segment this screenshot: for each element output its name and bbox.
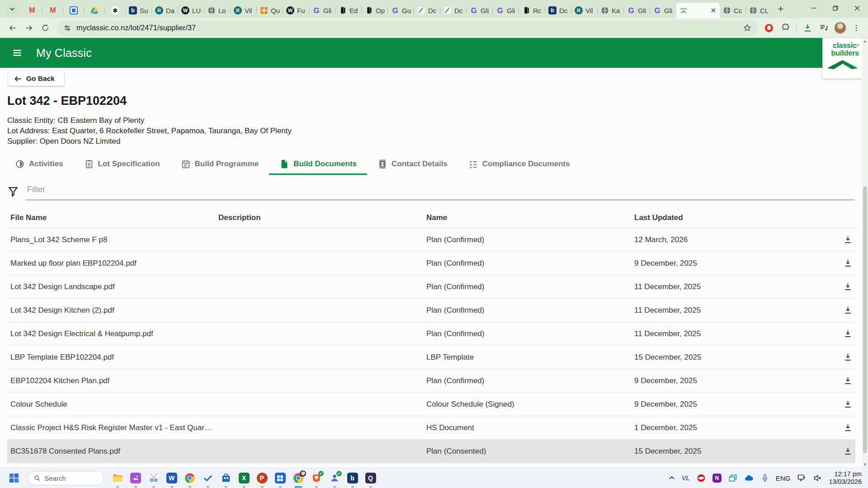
taskbar-clock[interactable]: 12:17 pm 13/03/2026 xyxy=(829,470,862,486)
onedrive-icon[interactable] xyxy=(744,473,754,483)
filter-input[interactable] xyxy=(25,183,854,200)
address-bar[interactable]: myclassic.co.nz/lot/2471/supplier/37 xyxy=(57,20,758,36)
browser-tab[interactable]: RDa xyxy=(152,3,178,18)
download-button[interactable] xyxy=(840,373,855,389)
browser-tab[interactable]: Dc xyxy=(440,3,467,18)
tab-activities[interactable]: Activities xyxy=(5,154,74,175)
brave-icon[interactable]: ✓ xyxy=(310,472,322,484)
tab-search-button[interactable] xyxy=(5,2,19,16)
virtual-desktop-icon[interactable] xyxy=(728,474,737,483)
browser-tab[interactable]: RVil xyxy=(231,3,257,18)
word-icon[interactable]: W xyxy=(165,472,178,484)
adblock-icon[interactable] xyxy=(762,21,776,35)
table-row[interactable]: Classic Project H&S Risk Register Master… xyxy=(7,416,855,440)
browser-tab[interactable]: bDc xyxy=(545,3,571,18)
download-button[interactable] xyxy=(840,232,855,248)
table-row[interactable]: Lot 342 Design Electrical & Heatpump.pdf… xyxy=(7,322,855,346)
browser-tab[interactable]: Op xyxy=(362,3,388,18)
browser-tab[interactable]: GGu xyxy=(388,3,414,18)
table-row[interactable]: Plans_Lot 342 Scheme F p8Plan (Confirmed… xyxy=(7,228,855,252)
url-text[interactable]: myclassic.co.nz/lot/2471/supplier/37 xyxy=(76,23,738,32)
tab-build-programme[interactable]: Build Programme xyxy=(170,154,269,175)
profile-avatar[interactable] xyxy=(833,21,847,35)
onenote-icon[interactable]: N xyxy=(712,474,722,483)
browser-tab[interactable] xyxy=(84,3,105,18)
reading-list-icon[interactable] xyxy=(816,21,831,35)
browser-tab[interactable]: RVil xyxy=(571,3,598,18)
tab-contact-details[interactable]: Contact Details xyxy=(367,154,458,175)
scroll-down-icon[interactable]: ▼ xyxy=(863,461,867,468)
browser-tab[interactable]: GGli xyxy=(624,3,650,18)
download-button[interactable] xyxy=(840,397,855,412)
chrome-active-icon[interactable] xyxy=(292,472,304,484)
bluebeam-icon[interactable]: b xyxy=(346,472,359,484)
tray-expand-icon[interactable] xyxy=(669,475,675,481)
minimize-button[interactable] xyxy=(803,0,825,16)
browser-tab[interactable]: Cc xyxy=(720,3,746,18)
download-button[interactable] xyxy=(840,303,855,318)
table-row[interactable]: Lot 342 Design Landscape.pdfPlan (Confir… xyxy=(7,275,855,299)
download-button[interactable] xyxy=(840,326,855,342)
back-button[interactable] xyxy=(5,20,21,36)
browser-tab[interactable]: bSu xyxy=(126,3,152,18)
todo-icon[interactable] xyxy=(202,472,214,484)
browser-tab[interactable]: M xyxy=(42,3,63,18)
tab-lot-specification[interactable]: Lot Specification xyxy=(74,154,170,175)
browser-tab[interactable]: GGli xyxy=(309,3,335,18)
table-row[interactable]: Marked up floor plan EBP102204.pdfPlan (… xyxy=(7,252,855,275)
volume-muted-icon[interactable] xyxy=(813,474,822,483)
excel-icon[interactable]: X xyxy=(238,472,250,484)
browser-menu-icon[interactable] xyxy=(849,21,863,35)
browser-tab[interactable]: ✻ xyxy=(105,3,126,18)
taskbar-search[interactable] xyxy=(28,471,104,485)
download-button[interactable] xyxy=(840,279,855,295)
browser-tab[interactable]: Lo xyxy=(204,3,231,18)
powerpoint-icon[interactable]: P xyxy=(256,472,268,484)
browser-tab[interactable]: M xyxy=(22,3,42,18)
file-explorer-icon[interactable] xyxy=(111,472,123,484)
tab-compliance-documents[interactable]: Compliance Documents xyxy=(458,154,580,175)
tab-build-documents[interactable]: Build Documents xyxy=(269,154,367,175)
table-row[interactable]: Colour ScheduleColour Schedule (Signed)9… xyxy=(7,393,855,416)
bookmark-star-icon[interactable] xyxy=(743,23,752,33)
browser-tab[interactable]: CL xyxy=(746,3,772,18)
microsoft365-icon[interactable] xyxy=(274,472,286,484)
go-back-button[interactable]: Go Back xyxy=(8,71,64,86)
extensions-puzzle-icon[interactable] xyxy=(778,21,793,35)
chrome-icon[interactable] xyxy=(184,472,196,484)
browser-tab-active[interactable]: classic xyxy=(676,3,720,18)
gq-app-icon[interactable]: Q xyxy=(364,472,377,484)
download-button[interactable] xyxy=(840,420,855,436)
browser-tab[interactable]: GGli xyxy=(493,3,519,18)
browser-tab[interactable]: WLU xyxy=(178,3,204,18)
page-scrollbar[interactable]: ▲ ▼ xyxy=(862,38,868,468)
browser-tab[interactable]: GGli xyxy=(467,3,493,18)
close-tab-icon[interactable] xyxy=(710,7,717,14)
trend-micro-icon[interactable] xyxy=(697,474,706,483)
downloads-icon[interactable] xyxy=(800,21,815,35)
language-indicator[interactable]: ENG xyxy=(776,474,791,482)
browser-tab[interactable]: Ka xyxy=(598,3,624,18)
network-icon[interactable] xyxy=(797,474,806,483)
start-button[interactable] xyxy=(6,470,22,486)
download-button[interactable] xyxy=(840,256,855,271)
browser-tab[interactable]: WFu xyxy=(283,3,309,18)
browser-tab[interactable]: Rc xyxy=(519,3,545,18)
snipping-tool-icon[interactable] xyxy=(147,472,160,484)
download-button[interactable] xyxy=(840,350,855,365)
photos-icon[interactable] xyxy=(129,472,142,484)
scrollbar-track[interactable] xyxy=(862,44,868,461)
taskbar-search-input[interactable] xyxy=(44,474,90,482)
new-tab-button[interactable]: + xyxy=(774,2,788,16)
browser-tab[interactable]: Dc xyxy=(414,3,440,18)
hamburger-menu-icon[interactable] xyxy=(10,46,24,60)
restore-button[interactable] xyxy=(825,0,846,16)
table-row[interactable]: EBP102204 Kitchen Plan.pdfPlan (Confirme… xyxy=(7,369,855,393)
microsoft-store-icon[interactable] xyxy=(220,472,232,484)
scrollbar-thumb[interactable] xyxy=(863,186,867,453)
close-window-button[interactable] xyxy=(846,0,868,16)
download-button[interactable] xyxy=(840,444,855,459)
table-row-highlighted[interactable]: BC351678 Consented Plans.pdfPlan (Consen… xyxy=(7,440,855,463)
teams-icon[interactable]: ✓ xyxy=(328,472,340,484)
scroll-up-icon[interactable]: ▲ xyxy=(863,38,867,44)
